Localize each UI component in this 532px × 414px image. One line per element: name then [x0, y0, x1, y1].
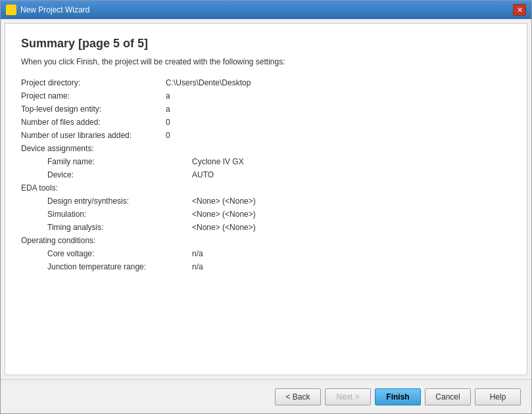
- top-level-label: Top-level design entity:: [21, 104, 166, 114]
- timing-analysis-value: <None> (<None>): [192, 223, 256, 232]
- num-libraries-row: Number of user libraries added: 0: [21, 131, 511, 140]
- num-files-label: Number of files added:: [21, 118, 166, 127]
- simulation-value: <None> (<None>): [192, 210, 256, 219]
- simulation-row: Simulation: <None> (<None>): [21, 210, 511, 219]
- close-button[interactable]: ✕: [513, 4, 526, 16]
- num-libraries-label: Number of user libraries added:: [21, 131, 166, 140]
- timing-analysis-label: Timing analysis:: [47, 223, 192, 232]
- project-name-value: a: [166, 91, 170, 101]
- summary-table: Project directory: C:\Users\Dente\Deskto…: [21, 78, 511, 271]
- cancel-button[interactable]: Cancel: [425, 388, 471, 405]
- junction-temp-label: Junction temperature range:: [47, 262, 192, 271]
- family-name-label: Family name:: [47, 157, 192, 166]
- project-directory-row: Project directory: C:\Users\Dente\Deskto…: [21, 78, 511, 87]
- core-voltage-label: Core voltage:: [47, 249, 192, 258]
- title-bar: ⚡ New Project Wizard ✕: [1, 1, 531, 19]
- top-level-value: a: [166, 104, 170, 114]
- design-entry-value: <None> (<None>): [192, 196, 256, 206]
- page-title: Summary [page 5 of 5]: [21, 37, 511, 51]
- help-button[interactable]: Help: [475, 388, 521, 405]
- junction-temp-value: n/a: [192, 262, 203, 271]
- eda-tools-header: EDA tools:: [21, 183, 511, 193]
- num-files-row: Number of files added: 0: [21, 118, 511, 127]
- project-directory-label: Project directory:: [21, 78, 166, 87]
- simulation-label: Simulation:: [47, 210, 192, 219]
- title-bar-text: New Project Wizard: [20, 5, 89, 14]
- project-directory-value: C:\Users\Dente\Desktop: [166, 78, 251, 87]
- intro-text: When you click Finish, the project will …: [21, 57, 511, 66]
- operating-conditions-label: Operating conditions:: [21, 236, 166, 245]
- junction-temp-row: Junction temperature range: n/a: [21, 262, 511, 271]
- title-bar-left: ⚡ New Project Wizard: [6, 5, 89, 15]
- family-name-value: Cyclone IV GX: [192, 157, 244, 166]
- device-label: Device:: [47, 170, 192, 179]
- core-voltage-row: Core voltage: n/a: [21, 249, 511, 258]
- next-button[interactable]: Next >: [325, 388, 371, 405]
- app-icon: ⚡: [6, 5, 16, 15]
- timing-analysis-row: Timing analysis: <None> (<None>): [21, 223, 511, 232]
- device-row: Device: AUTO: [21, 170, 511, 179]
- project-name-row: Project name: a: [21, 91, 511, 101]
- num-files-value: 0: [166, 118, 170, 127]
- project-name-label: Project name:: [21, 91, 166, 101]
- family-name-row: Family name: Cyclone IV GX: [21, 157, 511, 166]
- content-area: Summary [page 5 of 5] When you click Fin…: [5, 23, 527, 375]
- operating-conditions-header: Operating conditions:: [21, 236, 511, 245]
- num-libraries-value: 0: [166, 131, 170, 140]
- device-assignments-label: Device assignments:: [21, 144, 166, 153]
- finish-button[interactable]: Finish: [375, 388, 421, 405]
- eda-tools-label: EDA tools:: [21, 183, 166, 193]
- wizard-window: ⚡ New Project Wizard ✕ Summary [page 5 o…: [0, 0, 532, 414]
- design-entry-row: Design entry/synthesis: <None> (<None>): [21, 196, 511, 206]
- device-value: AUTO: [192, 170, 214, 179]
- back-button[interactable]: < Back: [275, 388, 321, 405]
- core-voltage-value: n/a: [192, 249, 203, 258]
- design-entry-label: Design entry/synthesis:: [47, 196, 192, 206]
- top-level-row: Top-level design entity: a: [21, 104, 511, 114]
- device-assignments-header: Device assignments:: [21, 144, 511, 153]
- footer: < Back Next > Finish Cancel Help: [1, 379, 531, 413]
